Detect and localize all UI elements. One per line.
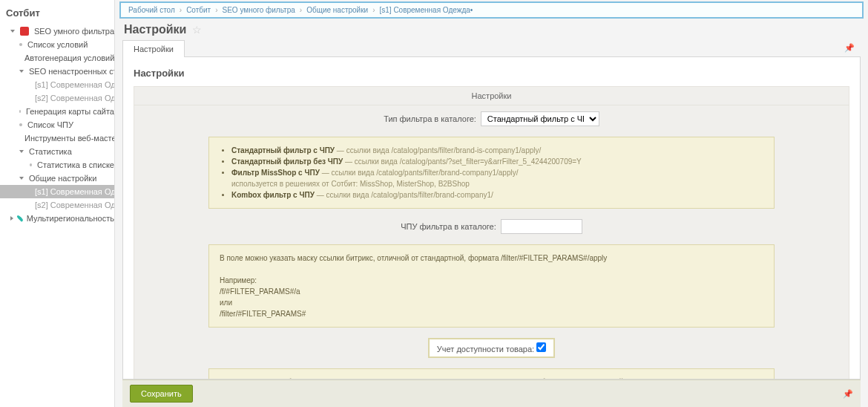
sidebar-item-site-s2-b[interactable]: [s2] Современная Одежда•	[0, 198, 114, 212]
availability-label: Учет доступности товара:	[437, 345, 534, 354]
sidebar-item-site-s1-a[interactable]: [s1] Современная Одежда•	[0, 78, 114, 91]
crumb-site[interactable]: [s1] Современная Одежда•	[380, 6, 473, 14]
tabbar: Настройки 📌	[122, 39, 861, 57]
pin-icon	[16, 215, 24, 222]
availability-note: Если будет включена опция "Учет доступно…	[208, 368, 775, 380]
filter-types-info: Стандартный фильтр с ЧПУ — ссылки вида /…	[208, 137, 775, 209]
settings-panel: Настройки Тип фильтра в каталоге: Станда…	[134, 86, 849, 380]
mask-info: В поле можно указать маску ссылки битрик…	[208, 244, 775, 328]
save-button[interactable]: Сохранить	[130, 385, 193, 403]
footer-bar: Сохранить 📌	[122, 380, 861, 407]
sidebar-item-autogen[interactable]: Автогенерация условий	[0, 51, 114, 65]
chpu-input[interactable]	[501, 219, 582, 234]
sidebar-item-chpu-list[interactable]: Список ЧПУ	[0, 118, 114, 131]
crumb-sotbit[interactable]: Сотбит	[186, 6, 211, 14]
footer-pin-icon[interactable]: 📌	[843, 389, 853, 399]
sidebar-item-multiregion[interactable]: Мультирегиональность	[0, 212, 114, 225]
sidebar-item-stats[interactable]: Статистика	[0, 145, 114, 158]
sidebar-item-seo-unconfigured[interactable]: SEO ненастроенных страниц	[0, 65, 114, 78]
content: Настройки Настройки Тип фильтра в катало…	[122, 57, 861, 380]
sidebar-item-sitemap[interactable]: Генерация карты сайта	[0, 105, 114, 118]
row-filter-type: Тип фильтра в каталоге: Стандартный филь…	[134, 105, 849, 132]
row-chpu: ЧПУ фильтра в каталоге:	[134, 213, 849, 240]
sidebar-item-settings[interactable]: Общие настройки	[0, 172, 114, 185]
crumb-seo[interactable]: SEO умного фильтра	[223, 6, 295, 14]
crumb-desktop[interactable]: Рабочий стол	[128, 6, 175, 14]
crumb-settings[interactable]: Общие настройки	[306, 6, 368, 14]
tab-settings[interactable]: Настройки	[122, 40, 185, 57]
sidebar-item-seo-filter[interactable]: SEO умного фильтра	[0, 25, 114, 38]
chpu-label: ЧПУ фильтра в каталоге:	[401, 222, 496, 231]
filter-type-label: Тип фильтра в каталоге:	[384, 114, 476, 123]
sidebar-item-site-s1-b[interactable]: [s1] Современная Одежда•	[0, 185, 114, 198]
breadcrumb: Рабочий стол› Сотбит› SEO умного фильтра…	[119, 1, 864, 19]
filter-type-select[interactable]: Стандартный фильтр с ЧПУ	[481, 111, 599, 126]
row-availability: Учет доступности товара:	[134, 332, 849, 364]
page-title: Настройки	[124, 23, 186, 36]
sidebar-title: Сотбит	[0, 4, 114, 25]
availability-checkbox[interactable]	[536, 342, 546, 352]
section-title: Настройки	[134, 63, 849, 86]
module-icon	[20, 27, 29, 36]
favorite-star-icon[interactable]: ☆	[192, 24, 202, 36]
sidebar-tree: SEO умного фильтра Список условий Автоге…	[0, 25, 114, 225]
sidebar: Сотбит SEO умного фильтра Список условий…	[0, 0, 115, 407]
panel-header: Настройки	[134, 87, 849, 105]
sidebar-item-conditions[interactable]: Список условий	[0, 38, 114, 51]
sidebar-item-webmaster[interactable]: Инструменты веб-мастера	[0, 131, 114, 145]
tabbar-pin-icon[interactable]: 📌	[838, 39, 861, 56]
sidebar-item-stats-list[interactable]: Статистика в списке	[0, 158, 114, 172]
main: Рабочий стол› Сотбит› SEO умного фильтра…	[115, 0, 868, 407]
title-row: Настройки ☆	[115, 19, 868, 39]
sidebar-item-site-s2-a[interactable]: [s2] Современная Одежда•	[0, 91, 114, 105]
